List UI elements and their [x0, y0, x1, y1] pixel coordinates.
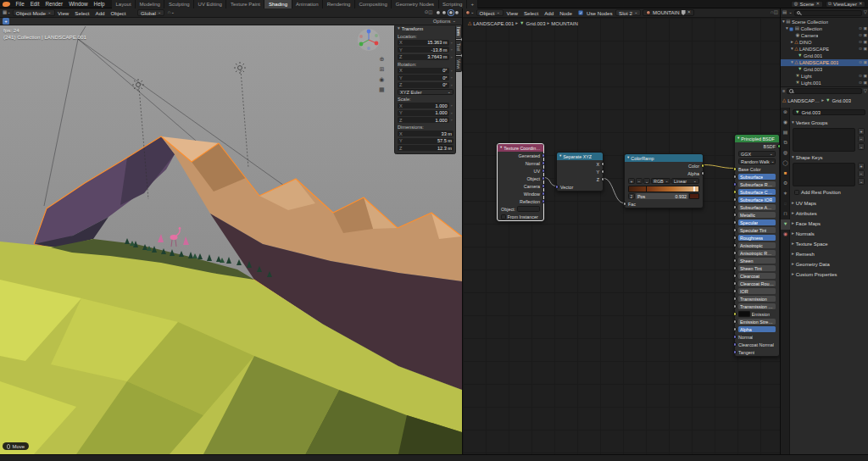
tab-rendering[interactable]: Rendering [323, 0, 355, 8]
input-subsurface-color[interactable]: Subsurface Color [735, 188, 779, 196]
tab-modeling[interactable]: Modeling [136, 0, 164, 8]
viewport-3d[interactable]: ▦ ⌄ Object Mode⌄ View Select Add Object … [0, 8, 462, 454]
tab-particles[interactable]: ∗ [781, 189, 790, 199]
tab-uv-editing[interactable]: UV Editing [194, 0, 226, 8]
outliner-row-grid-001[interactable]: ▼ Grid.001 [781, 53, 868, 59]
properties-icon[interactable]: ≡ [782, 89, 785, 94]
editor-type-icon[interactable]: ▤ [782, 10, 787, 15]
tab-object[interactable]: ■ [781, 169, 790, 179]
input-socket[interactable] [733, 167, 737, 171]
tab-texture-paint[interactable]: Texture Paint [226, 0, 264, 8]
render-visibility-icon[interactable]: ▣ [863, 47, 867, 52]
output-socket[interactable] [542, 153, 546, 158]
input-sheen-tint[interactable]: Sheen Tint [735, 264, 779, 272]
input-socket[interactable] [733, 350, 737, 354]
collection-checkbox[interactable] [789, 27, 793, 31]
output-socket[interactable] [542, 161, 546, 165]
input-socket[interactable] [733, 220, 737, 225]
input-ior[interactable]: IOR [735, 287, 779, 295]
shading-rendered-button[interactable] [454, 10, 459, 15]
lock-icon[interactable]: ∘ [450, 55, 453, 59]
input-socket[interactable] [733, 327, 737, 331]
lock-icon[interactable]: ∘ [450, 69, 453, 73]
color-stop[interactable] [646, 186, 647, 192]
input-socket[interactable] [733, 312, 737, 316]
hide-eye-icon[interactable]: ⊙ [859, 41, 862, 45]
tab-animation[interactable]: Animation [292, 0, 324, 8]
tab-output[interactable]: ▤ [781, 128, 790, 138]
lock-icon[interactable]: ∘ [450, 47, 453, 52]
tab-geometry-nodes[interactable]: Geometry Nodes [392, 0, 438, 8]
hide-eye-icon[interactable]: ⊙ [859, 61, 862, 65]
dimensions-y-field[interactable]: Y57.5 m [398, 138, 453, 144]
input-socket[interactable] [733, 236, 737, 240]
shape-keys-list[interactable] [793, 163, 855, 186]
collapse-icon[interactable]: ▾ [559, 154, 561, 158]
input-anisotropic-rotation[interactable]: Anisotropic Rotation [735, 249, 779, 257]
output-socket[interactable] [601, 177, 605, 181]
dimensions-z-field[interactable]: Z12.3 m [398, 145, 453, 151]
input-socket[interactable] [733, 243, 737, 247]
tab-physics[interactable]: ◌ [781, 199, 790, 209]
caret-down-icon[interactable]: ▾ [786, 26, 788, 31]
perspective-toggle-icon[interactable]: ▦ [379, 86, 385, 92]
navigation-gizmo[interactable] [356, 27, 381, 53]
menu-view[interactable]: View [504, 10, 520, 16]
filter-icon[interactable]: ▽ [864, 89, 867, 94]
blender-logo-icon[interactable] [3, 2, 10, 7]
options-dropdown[interactable]: Options⌄ [433, 19, 459, 24]
mode-dropdown[interactable]: Object Mode⌄ [13, 9, 55, 16]
chevron-down-icon[interactable]: ⌄ [170, 10, 175, 15]
render-visibility-icon[interactable]: ▣ [863, 34, 867, 38]
tab-world[interactable]: ◯ [781, 158, 790, 169]
panel-custom-properties[interactable]: ▸Custom Properties [792, 272, 837, 277]
rotation-x-field[interactable]: X0° [398, 68, 449, 74]
input-socket[interactable] [733, 197, 737, 202]
render-visibility-icon[interactable]: ▣ [863, 27, 867, 31]
stop-color-swatch[interactable] [689, 193, 699, 199]
input-emission-strength[interactable]: Emission Strength [735, 318, 779, 325]
outliner-row-grid-003[interactable]: ▼ Grid.003 [781, 66, 868, 73]
mesh-name-field[interactable]: ▼ Grid.003 [793, 109, 865, 115]
node-canvas[interactable]: △ LANDSCAPE.001 ▸ ▼ Grid.003 ▸ MOUNTAIN … [463, 18, 780, 454]
interpolation-dropdown[interactable]: Linear⌄ [671, 178, 699, 184]
tab-layout[interactable]: Layout [112, 0, 136, 8]
caret-right-icon[interactable]: ▸ [791, 40, 793, 45]
menu-help[interactable]: Help [91, 1, 108, 7]
close-icon[interactable]: ✕ [815, 2, 820, 7]
input-socket[interactable] [733, 228, 737, 232]
lock-icon[interactable]: ∘ [450, 111, 453, 115]
add-stop-button[interactable]: + [628, 178, 635, 184]
render-visibility-icon[interactable]: ▣ [863, 61, 867, 65]
outliner-row-dino[interactable]: ▸ △ DINO ⊙▣ [781, 39, 868, 46]
output-socket[interactable] [542, 169, 546, 173]
breadcrumb-object[interactable]: LANDSCAPE.001 [473, 21, 514, 26]
fake-user-shield-icon[interactable] [682, 10, 686, 15]
panel-vertex-groups[interactable]: ▾ Vertex Groups [792, 120, 827, 125]
emission-color-swatch[interactable] [738, 311, 750, 317]
transform-panel-header[interactable]: ▾ Transform [395, 25, 455, 32]
lock-icon[interactable]: ∘ [450, 41, 453, 45]
rotation-y-field[interactable]: Y0° [398, 75, 449, 81]
orientation-dropdown[interactable]: Global⌄ [137, 9, 165, 16]
viewlayer-selector[interactable]: ⧉ ViewLayer ✕ [826, 1, 865, 8]
node-header[interactable]: ▾ Principled BSDF [735, 135, 779, 142]
close-icon[interactable]: ✕ [687, 10, 692, 15]
overlays-icon[interactable]: ◫ [774, 10, 778, 15]
add-workspace-button[interactable]: + [467, 0, 479, 8]
tab-constraints[interactable]: ⊓ [781, 209, 790, 219]
output-socket[interactable] [701, 164, 705, 168]
close-icon[interactable]: ✕ [859, 2, 863, 7]
menu-object[interactable]: Object [108, 10, 129, 16]
breadcrumb-mesh[interactable]: Grid.003 [526, 21, 545, 26]
input-socket[interactable] [733, 289, 737, 293]
hide-eye-icon[interactable]: ⊙ [859, 34, 862, 38]
shader-type-dropdown[interactable]: Object⌄ [476, 9, 504, 16]
outliner-search-field[interactable] [794, 10, 862, 16]
active-tool-move-icon[interactable]: + [3, 18, 9, 25]
panel-face-maps[interactable]: ▸Face Maps [792, 221, 821, 226]
output-socket[interactable] [701, 171, 705, 175]
node-header[interactable]: ▾ ColorRamp [625, 154, 703, 162]
scale-z-field[interactable]: Z1.000 [398, 117, 449, 123]
input-socket[interactable] [733, 319, 737, 324]
